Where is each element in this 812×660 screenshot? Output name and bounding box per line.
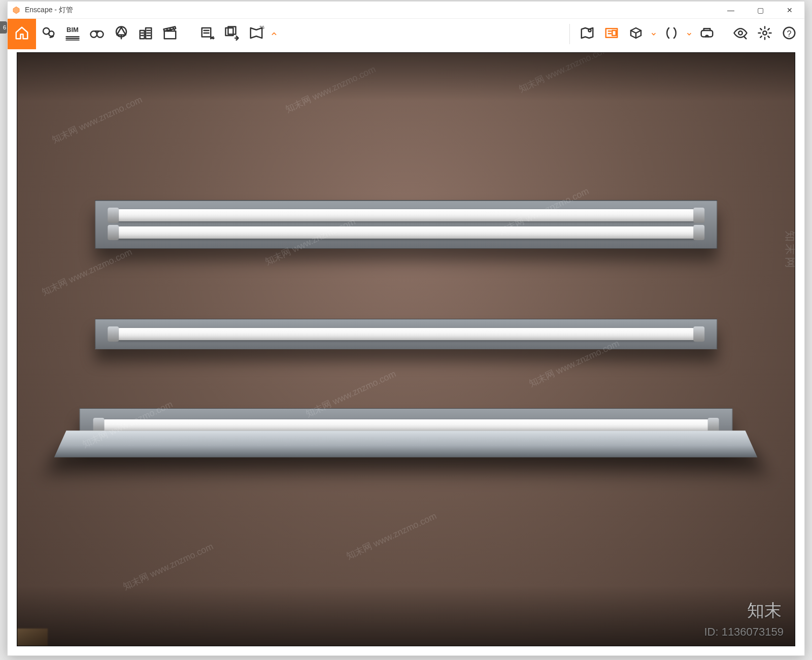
svg-rect-7 bbox=[164, 31, 176, 39]
box-dropdown-chevron[interactable] bbox=[648, 30, 659, 38]
watermark-text: 知末网 www.znzmo.com bbox=[283, 63, 378, 116]
visual-settings-button[interactable] bbox=[728, 19, 753, 49]
asset-library-button[interactable] bbox=[599, 19, 624, 49]
id-prefix: ID: bbox=[704, 625, 721, 638]
rendered-lamp-reflector bbox=[80, 408, 733, 444]
app-window: Enscape - 灯管 — ▢ ✕ BIM bbox=[7, 1, 805, 656]
binoculars-button[interactable] bbox=[85, 19, 109, 49]
buildings-icon bbox=[138, 25, 153, 43]
visual-settings-icon bbox=[733, 25, 748, 43]
watermark-text: 知末网 www.znzmo.com bbox=[40, 246, 134, 299]
panorama-label: 36 bbox=[259, 25, 264, 30]
bim-button[interactable]: BIM bbox=[60, 19, 85, 49]
vr-button[interactable] bbox=[695, 19, 719, 49]
home-button[interactable] bbox=[8, 19, 36, 49]
clapperboard-icon bbox=[162, 25, 178, 43]
mirror-icon bbox=[664, 25, 679, 43]
id-value: 1136073159 bbox=[722, 625, 784, 638]
watermark-text: 知末网 www.znzmo.com bbox=[121, 540, 215, 593]
watermark-diagonal bbox=[17, 53, 795, 646]
svg-point-15 bbox=[738, 31, 742, 35]
watermark-text: 知末网 www.znzmo.com bbox=[517, 52, 611, 95]
title-separator: - bbox=[52, 6, 58, 14]
help-button[interactable]: ? bbox=[777, 19, 801, 49]
video-button[interactable] bbox=[158, 19, 182, 49]
svg-point-3 bbox=[97, 31, 104, 38]
pin-icon bbox=[41, 25, 56, 43]
svg-point-2 bbox=[91, 31, 97, 38]
external-badge: 6 bbox=[0, 21, 7, 34]
home-icon bbox=[14, 25, 29, 43]
mirror-dropdown-chevron[interactable] bbox=[684, 30, 695, 38]
location-pin-button[interactable] bbox=[36, 19, 60, 49]
close-button[interactable]: ✕ bbox=[775, 2, 804, 19]
svg-rect-13 bbox=[612, 30, 616, 36]
map-marker-icon bbox=[580, 25, 595, 43]
settings-button[interactable] bbox=[753, 19, 777, 49]
watermark-id: ID: 1136073159 bbox=[704, 625, 784, 639]
svg-point-11 bbox=[589, 29, 591, 32]
svg-rect-5 bbox=[140, 30, 145, 39]
asset-library-icon bbox=[604, 25, 619, 43]
site-context-button[interactable] bbox=[109, 19, 133, 49]
panorama-button[interactable]: 36 bbox=[244, 19, 268, 49]
window-title: Enscape - 灯管 bbox=[25, 6, 73, 15]
export-scene-icon bbox=[200, 25, 215, 43]
watermark-text: 知末网 www.znzmo.com bbox=[344, 510, 438, 563]
bim-icon bbox=[65, 34, 80, 43]
export-batch-icon bbox=[224, 25, 240, 43]
toolbar-divider bbox=[569, 24, 570, 44]
document-name: 灯管 bbox=[59, 6, 73, 14]
maximize-button[interactable]: ▢ bbox=[746, 2, 775, 19]
3d-box-button[interactable] bbox=[624, 19, 648, 49]
render-viewport[interactable]: 知末网 www.znzmo.com 知末网 www.znzmo.com 知末网 … bbox=[17, 52, 795, 646]
tree-icon bbox=[114, 25, 129, 43]
main-toolbar: BIM bbox=[8, 19, 804, 49]
buildings-button[interactable] bbox=[133, 19, 158, 49]
help-label: ? bbox=[787, 29, 792, 39]
export-scene-button[interactable] bbox=[195, 19, 220, 49]
svg-point-1 bbox=[49, 31, 54, 36]
mirror-button[interactable] bbox=[659, 19, 684, 49]
app-logo-icon bbox=[12, 6, 21, 15]
svg-point-16 bbox=[763, 31, 767, 35]
settings-icon bbox=[757, 25, 772, 43]
minimize-button[interactable]: — bbox=[716, 2, 746, 19]
watermark-brand: 知末 bbox=[747, 599, 782, 622]
rendered-lamp-double bbox=[95, 200, 717, 249]
watermark-side: 知末网 bbox=[783, 230, 795, 270]
watermark-text: 知末网 www.znzmo.com bbox=[50, 93, 144, 146]
rendered-lamp-single bbox=[95, 319, 717, 349]
map-button[interactable] bbox=[575, 19, 599, 49]
titlebar: Enscape - 灯管 — ▢ ✕ bbox=[8, 2, 804, 19]
toolbar-expand-chevron[interactable] bbox=[268, 30, 280, 38]
vr-headset-icon bbox=[699, 25, 715, 43]
bim-label: BIM bbox=[66, 26, 79, 34]
3d-box-icon bbox=[628, 25, 644, 43]
rendered-floor-object bbox=[17, 629, 48, 646]
binoculars-icon bbox=[89, 25, 105, 43]
window-controls: — ▢ ✕ bbox=[716, 2, 804, 19]
app-name: Enscape bbox=[25, 6, 52, 14]
export-batch-button[interactable] bbox=[220, 19, 244, 49]
